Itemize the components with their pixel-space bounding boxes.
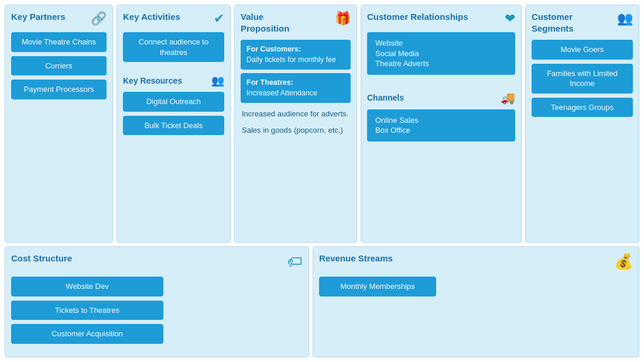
key-partners-header: Key Partners 🔗: [11, 11, 107, 26]
resources-icon: 👥: [211, 74, 224, 87]
key-resources-title: Key Resources: [123, 76, 182, 85]
channels-section: Channels 🚚 Online SalesBox Office: [367, 85, 515, 142]
for-customers-label: For Customers:: [246, 45, 301, 53]
revenue-streams-card-1: Monthly Memberships: [319, 277, 436, 297]
channels-title: Channels: [367, 93, 404, 102]
tag-icon: 🏷: [287, 253, 303, 271]
channels-card-1: Online SalesBox Office: [367, 109, 515, 142]
cost-structure-section: Cost Structure 🏷 Website Dev Tickets to …: [5, 246, 309, 357]
value-for-customers-card: For Customers: Daily tickets for monthly…: [241, 40, 351, 70]
cost-structure-card-2: Tickets to Theatres: [11, 301, 163, 320]
truck-icon: 🚚: [501, 91, 515, 105]
heart-icon: ❤: [505, 11, 515, 26]
customer-relationships-card-1: WebsiteSocial MediaTheatre Adverts: [367, 32, 515, 75]
value-extra-1: Increased audience for adverts.: [241, 106, 351, 122]
key-partners-title: Key Partners: [11, 11, 66, 23]
key-partners-card-3: Payment Processors: [11, 80, 107, 99]
channels-header: Channels 🚚: [367, 91, 515, 105]
link-icon: 🔗: [91, 11, 107, 26]
revenue-streams-title: Revenue Streams: [319, 253, 393, 264]
customer-relationships-header: Customer Relationships ❤: [367, 11, 515, 26]
customer-relationships-section: Customer Relationships ❤ WebsiteSocial M…: [361, 5, 522, 243]
value-proposition-header: ValueProposition 🎁: [241, 11, 351, 34]
customer-segments-card-1: Movie Goers: [532, 40, 633, 60]
key-partners-section: Key Partners 🔗 Movie Theatre Chains Curr…: [5, 5, 113, 243]
cost-structure-header: Cost Structure 🏷: [11, 253, 303, 271]
revenue-streams-section: Revenue Streams 💰 Monthly Memberships: [313, 246, 639, 357]
people-icon: 👥: [617, 11, 633, 26]
key-partners-card-1: Movie Theatre Chains: [11, 32, 107, 52]
key-resources-card-2: Bulk Ticket Deals: [123, 116, 224, 136]
customer-segments-card-2: Families with Limited Income: [532, 64, 633, 94]
key-activities-section: Key Activities ✔ Connect audience to the…: [117, 5, 231, 243]
cost-structure-title: Cost Structure: [11, 253, 72, 264]
money-bag-icon: 💰: [614, 253, 633, 271]
key-resources-header: Key Resources 👥: [123, 74, 224, 87]
for-theatres-label: For Theatres:: [246, 78, 293, 87]
value-proposition-title: ValueProposition: [241, 11, 289, 34]
customer-segments-section: Customer Segments 👥 Movie Goers Families…: [525, 5, 639, 243]
cost-structure-card-1: Website Dev: [11, 277, 163, 297]
key-activities-card-1: Connect audience to theatres: [123, 32, 224, 62]
key-resources-card-1: Digital Outreach: [123, 92, 224, 112]
key-activities-header: Key Activities ✔: [123, 11, 224, 26]
gift-icon: 🎁: [335, 11, 351, 26]
key-activities-title: Key Activities: [123, 11, 180, 23]
value-extra-2: Sales in goods (popcorn, etc.): [241, 123, 351, 138]
value-for-theatres-card: For Theatres: Increased Attendance: [241, 73, 351, 103]
for-theatres-text: Increased Attendance: [246, 89, 317, 97]
for-customers-text: Daily tickets for monthly fee: [246, 56, 336, 64]
cost-structure-card-3: Customer Acquisition: [11, 324, 163, 344]
key-partners-card-2: Curriers: [11, 56, 107, 76]
key-resources-section: Key Resources 👥 Digital Outreach Bulk Ti…: [123, 74, 224, 135]
customer-segments-title: Customer Segments: [532, 11, 614, 34]
customer-segments-header: Customer Segments 👥: [532, 11, 633, 34]
customer-relationships-title: Customer Relationships: [367, 11, 468, 23]
value-proposition-section: ValueProposition 🎁 For Customers: Daily …: [234, 5, 357, 243]
customer-segments-card-3: Teenagers Groups: [532, 98, 633, 118]
revenue-streams-header: Revenue Streams 💰: [319, 253, 633, 271]
checkmark-icon: ✔: [214, 11, 224, 26]
